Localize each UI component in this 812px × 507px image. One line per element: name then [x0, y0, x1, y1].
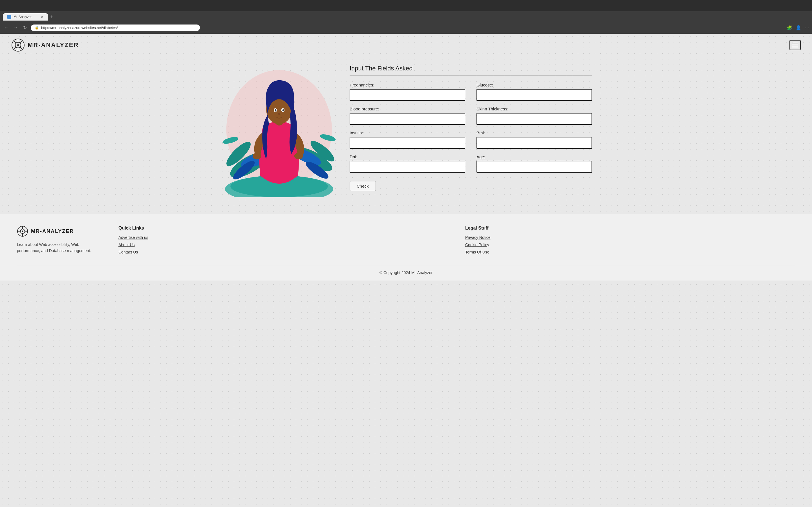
cookie-policy-link[interactable]: Cookie Policy [465, 242, 795, 247]
field-group-glucose: Glucose: [476, 82, 592, 101]
main-content: Input The Fields Asked Pregnancies: Gluc… [209, 56, 603, 214]
svg-point-27 [253, 153, 261, 159]
footer-quick-links: Quick Links Advertise with us About Us C… [118, 226, 448, 257]
form-area: Input The Fields Asked Pregnancies: Gluc… [350, 62, 592, 191]
blood-pressure-input[interactable] [350, 113, 465, 125]
age-input[interactable] [476, 161, 592, 173]
glucose-label: Glucose: [476, 82, 592, 87]
svg-line-6 [13, 41, 16, 43]
logo-area: MR-ANALYZER [11, 38, 79, 52]
url-box[interactable]: 🔒 https://mr-analyzer.azurewebsites.net/… [31, 24, 200, 31]
svg-line-7 [20, 47, 22, 50]
more-icon[interactable]: ⋯ [805, 25, 809, 31]
menu-line-2 [792, 45, 798, 45]
skinn-thickness-label: Skinn Thickness: [476, 107, 592, 111]
form-title: Input The Fields Asked [350, 65, 592, 76]
back-button[interactable]: ← [3, 24, 10, 31]
check-button[interactable]: Check [350, 181, 376, 191]
svg-line-8 [20, 41, 22, 43]
page: MR-ANALYZER [0, 34, 812, 507]
skinn-thickness-input[interactable] [476, 113, 592, 125]
svg-line-9 [13, 47, 16, 50]
footer-main: MR-ANALYZER Learn about Web accessibilit… [17, 226, 795, 257]
svg-point-28 [294, 153, 303, 159]
pregnancies-label: Pregnancies: [350, 82, 465, 87]
pregnant-woman-illustration [220, 62, 338, 197]
field-group-dbf: Dbf: [350, 154, 465, 173]
tab-title: Mr-Analyzer [13, 15, 32, 19]
svg-point-10 [17, 44, 19, 46]
svg-point-34 [283, 109, 284, 112]
address-bar: ← → ↻ 🔒 https://mr-analyzer.azurewebsite… [0, 21, 812, 34]
svg-point-35 [278, 113, 280, 115]
tab-close-btn[interactable]: ✕ [41, 15, 43, 19]
contact-us-link[interactable]: Contact Us [118, 250, 448, 255]
svg-point-33 [275, 109, 276, 112]
footer-bottom: © Copyright 2024 Mr-Analyzer [17, 266, 795, 275]
field-group-age: Age: [476, 154, 592, 173]
forward-button[interactable]: → [12, 24, 19, 31]
footer-brand: MR-ANALYZER Learn about Web accessibilit… [17, 226, 101, 257]
insulin-input[interactable] [350, 137, 465, 149]
bmi-input[interactable] [476, 137, 592, 149]
tab-favicon [7, 15, 11, 19]
footer-description: Learn about Web accessibility, Web perfo… [17, 241, 101, 254]
field-group-bmi: Bmi: [476, 130, 592, 149]
field-group-skinn-thickness: Skinn Thickness: [476, 107, 592, 125]
field-group-insulin: Insulin: [350, 130, 465, 149]
footer-logo-text: MR-ANALYZER [31, 228, 74, 234]
new-tab-button[interactable]: + [48, 14, 56, 20]
browser-chrome [0, 0, 812, 11]
form-grid: Pregnancies: Glucose: Blood pressure: Sk… [350, 82, 592, 173]
copyright-text: © Copyright 2024 Mr-Analyzer [379, 270, 433, 275]
lock-icon: 🔒 [35, 25, 39, 30]
footer-logo-icon [17, 226, 28, 237]
menu-line-1 [792, 43, 798, 43]
field-group-pregnancies: Pregnancies: [350, 82, 465, 101]
menu-button[interactable] [790, 40, 801, 50]
url-text: https://mr-analyzer.azurewebsites.net/di… [41, 25, 118, 30]
quick-links-title: Quick Links [118, 226, 448, 231]
refresh-button[interactable]: ↻ [22, 24, 28, 32]
terms-of-use-link[interactable]: Terms Of Use [465, 250, 795, 255]
insulin-label: Insulin: [350, 130, 465, 135]
dbf-label: Dbf: [350, 154, 465, 159]
svg-point-42 [22, 231, 23, 232]
menu-line-3 [792, 47, 798, 47]
privacy-notice-link[interactable]: Privacy Notice [465, 235, 795, 240]
field-group-blood-pressure: Blood pressure: [350, 107, 465, 125]
toolbar-icons: 🧩 👤 ⋯ [786, 25, 809, 31]
blood-pressure-label: Blood pressure: [350, 107, 465, 111]
footer-legal-stuff: Legal Stuff Privacy Notice Cookie Policy… [465, 226, 795, 257]
logo-icon [11, 38, 25, 52]
age-label: Age: [476, 154, 592, 159]
logo-text: MR-ANALYZER [28, 41, 79, 49]
about-us-link[interactable]: About Us [118, 242, 448, 247]
extensions-icon[interactable]: 🧩 [786, 25, 792, 31]
browser-tab[interactable]: Mr-Analyzer ✕ [3, 13, 48, 20]
glucose-input[interactable] [476, 89, 592, 101]
dbf-input[interactable] [350, 161, 465, 173]
footer: MR-ANALYZER Learn about Web accessibilit… [0, 214, 812, 281]
navbar: MR-ANALYZER [0, 34, 812, 56]
tab-bar: Mr-Analyzer ✕ + [0, 11, 812, 21]
pregnancies-input[interactable] [350, 89, 465, 101]
illustration-area [220, 62, 338, 197]
advertise-link[interactable]: Advertise with us [118, 235, 448, 240]
bmi-label: Bmi: [476, 130, 592, 135]
footer-logo: MR-ANALYZER [17, 226, 101, 237]
profile-icon[interactable]: 👤 [796, 25, 801, 31]
legal-stuff-title: Legal Stuff [465, 226, 795, 231]
